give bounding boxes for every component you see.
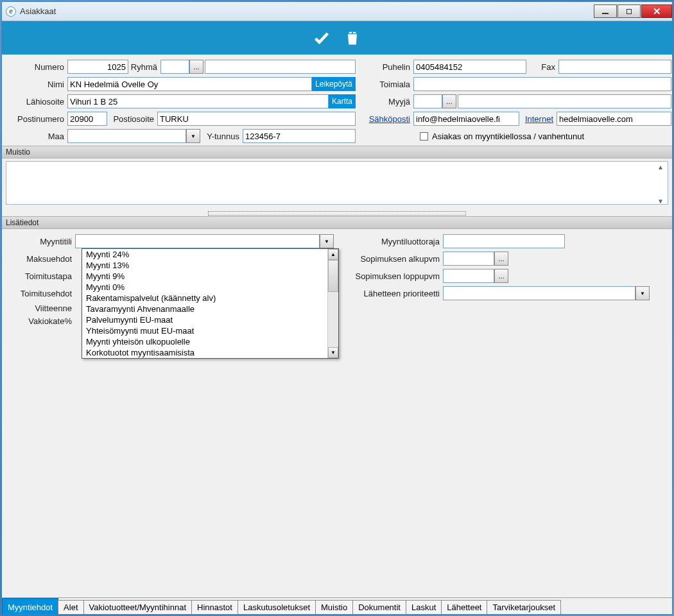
- myyja-input[interactable]: [413, 94, 442, 108]
- maa-dropdown-button[interactable]: ▼: [186, 129, 200, 143]
- myyntikielto-label: Asiakas on myyntikiellossa / vanhentunut: [432, 132, 584, 141]
- dropdown-option[interactable]: Myynti 24%: [82, 249, 338, 260]
- tab-laskut[interactable]: Laskut: [406, 600, 442, 614]
- muistio-area: ▲ ▼: [2, 158, 672, 210]
- tab-muistio[interactable]: Muistio: [315, 600, 353, 614]
- toimiala-label: Toimiala: [362, 80, 413, 89]
- vakiokate-label: Vakiokate%: [8, 316, 75, 326]
- tab-dokumentit[interactable]: Dokumentit: [352, 600, 406, 614]
- tab-vakiotuotteet-myyntihinnat[interactable]: Vakiotuotteet/Myyntihinnat: [83, 600, 193, 614]
- lahete-prio-dropdown-button[interactable]: ▼: [635, 286, 650, 300]
- sopimus-loppu-input[interactable]: [443, 269, 494, 283]
- ryhma-input[interactable]: [160, 60, 189, 74]
- close-button[interactable]: ✕: [641, 4, 672, 18]
- maksuehdot-label: Maksuehdot: [8, 254, 75, 264]
- tab-myyntiehdot[interactable]: Myyntiehdot: [2, 598, 58, 614]
- maa-select[interactable]: [67, 129, 186, 143]
- tab-alet[interactable]: Alet: [58, 600, 83, 614]
- content: Numero Ryhmä … Puhelin Fax Nimi Leikepöy…: [2, 55, 672, 614]
- numero-input[interactable]: [67, 60, 128, 74]
- puhelin-input[interactable]: [413, 60, 526, 74]
- tab-hinnastot[interactable]: Hinnastot: [191, 600, 238, 614]
- internet-input[interactable]: [557, 112, 671, 126]
- myyntiluottoraja-label: Myyntiluottoraja: [340, 237, 443, 246]
- lahete-prio-label: Lähetteen prioriteetti: [340, 289, 443, 298]
- toimitusehdot-label: Toimitusehdot: [8, 289, 75, 298]
- kartta-button[interactable]: Kartta: [329, 94, 356, 108]
- myyntikielto-checkbox[interactable]: [420, 132, 428, 141]
- tab-tarviketarjoukset[interactable]: Tarviketarjoukset: [487, 600, 561, 614]
- app-icon: e: [6, 6, 16, 17]
- ok-icon[interactable]: [313, 29, 331, 47]
- scroll-up-icon[interactable]: ▲: [328, 249, 338, 260]
- dropdown-option[interactable]: Rakentamispalvelut (käännetty alv): [82, 293, 338, 304]
- scroll-thumb[interactable]: [328, 260, 338, 292]
- puhelin-label: Puhelin: [362, 62, 413, 72]
- lahete-prio-select[interactable]: [443, 286, 635, 300]
- dropdown-option[interactable]: Myynti 9%: [82, 271, 338, 282]
- myyntitili-dropdown-list[interactable]: Myynti 24%Myynti 13%Myynti 9%Myynti 0%Ra…: [82, 248, 339, 359]
- memo-scrollbar[interactable]: ▲ ▼: [655, 164, 666, 205]
- dropdown-option[interactable]: Tavaramyynti Ahvenanmaalle: [82, 304, 338, 314]
- sopimus-loppu-label: Sopimuksen loppupvm: [340, 271, 443, 281]
- myyja-desc-input[interactable]: [458, 94, 671, 108]
- window-buttons: ✕: [593, 4, 672, 18]
- minimize-button[interactable]: [594, 4, 617, 18]
- titlebar: e Asiakkaat ✕: [2, 2, 672, 21]
- internet-label[interactable]: Internet: [519, 114, 557, 124]
- svg-point-0: [352, 32, 353, 33]
- myyntitili-dropdown-button[interactable]: ▼: [320, 234, 334, 248]
- muistio-header: Muistio: [2, 146, 672, 158]
- myyja-lookup-button[interactable]: …: [442, 94, 456, 108]
- maa-label: Maa: [8, 132, 67, 141]
- myyntitili-select[interactable]: [75, 234, 320, 248]
- myyntiluottoraja-input[interactable]: [443, 234, 565, 248]
- sopimus-loppu-picker-button[interactable]: …: [494, 269, 508, 283]
- myyntitili-label: Myyntitili: [8, 237, 75, 246]
- tab-l-hetteet[interactable]: Lähetteet: [441, 600, 487, 614]
- toimitustapa-label: Toimitustapa: [8, 271, 75, 281]
- sopimus-alku-picker-button[interactable]: …: [494, 252, 508, 266]
- ryhma-desc-input[interactable]: [205, 60, 356, 74]
- numero-label: Numero: [8, 62, 67, 72]
- lahiosoite-label: Lähiosoite: [8, 97, 67, 107]
- dropdown-option[interactable]: Myynti 13%: [82, 260, 338, 271]
- dropdown-scrollbar[interactable]: ▲ ▼: [327, 249, 338, 358]
- maximize-button[interactable]: [618, 4, 641, 18]
- lahiosoite-input[interactable]: [67, 94, 329, 108]
- fax-input[interactable]: [558, 60, 671, 74]
- muistio-textarea[interactable]: [6, 161, 668, 205]
- viitteenne-label: Viitteenne: [8, 304, 75, 313]
- toolbar: [2, 21, 672, 55]
- ryhma-label: Ryhmä: [128, 62, 160, 72]
- dropdown-option[interactable]: Palvelumyynti EU-maat: [82, 314, 338, 325]
- nimi-input[interactable]: [67, 77, 312, 91]
- scroll-up-icon[interactable]: ▲: [655, 164, 666, 171]
- postiosoite-input[interactable]: [157, 112, 356, 126]
- lisatiedot-area: Myyntitili ▼ Myyntiluottoraja Maksuehdot…: [2, 229, 672, 331]
- dropdown-option[interactable]: Korkotuotot myyntisaamisista: [82, 347, 338, 358]
- sahkoposti-label[interactable]: Sähköposti: [362, 114, 413, 124]
- scroll-down-icon[interactable]: ▼: [328, 347, 338, 358]
- toimiala-input[interactable]: [413, 77, 671, 91]
- sopimus-alku-input[interactable]: [443, 252, 494, 266]
- nimi-label: Nimi: [8, 80, 67, 89]
- sahkoposti-input[interactable]: [413, 112, 519, 126]
- tabs-bar: MyyntiehdotAletVakiotuotteet/Myyntihinna…: [2, 597, 672, 614]
- scroll-down-icon[interactable]: ▼: [655, 198, 666, 205]
- dropdown-option[interactable]: Myynti yhteisön ulkopuolelle: [82, 336, 338, 347]
- lisatiedot-header: Lisätiedot: [2, 216, 672, 229]
- window-title: Asiakkaat: [20, 6, 593, 16]
- ryhma-lookup-button[interactable]: …: [189, 60, 203, 74]
- sopimus-alku-label: Sopimuksen alkupvm: [340, 254, 443, 264]
- postinumero-label: Postinumero: [8, 114, 67, 124]
- dropdown-option[interactable]: Yhteisömyynti muut EU-maat: [82, 325, 338, 336]
- leikepoyta-button[interactable]: Leikepöytä: [312, 77, 356, 91]
- ytunnus-input[interactable]: [243, 129, 356, 143]
- postinumero-input[interactable]: [67, 112, 107, 126]
- dropdown-option[interactable]: Myynti 0%: [82, 282, 338, 293]
- fax-label: Fax: [526, 62, 558, 72]
- trash-icon[interactable]: [343, 29, 361, 47]
- splitter-handle[interactable]: [2, 210, 672, 216]
- tab-laskutusoletukset[interactable]: Laskutusoletukset: [238, 600, 316, 614]
